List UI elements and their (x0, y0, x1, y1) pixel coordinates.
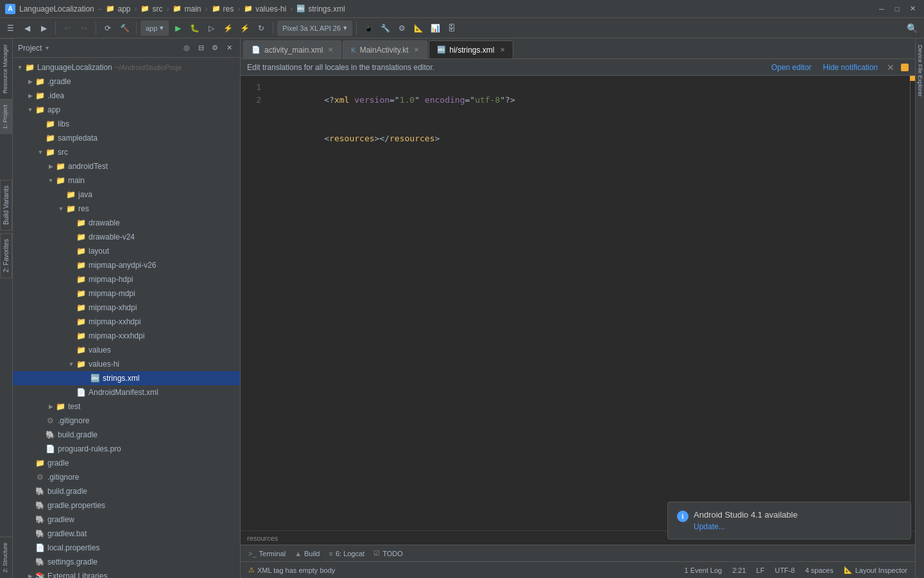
cursor-position-status[interactable]: 2:21 (730, 562, 748, 578)
tab-close-button[interactable]: ✕ (414, 46, 419, 53)
tree-item-mipmap-xxxhdpi[interactable]: 📁 mipmap-xxxhdpi (13, 329, 240, 343)
maximize-button[interactable]: □ (891, 3, 903, 15)
logcat-tab[interactable]: ≡ 6: Logcat (325, 547, 368, 561)
forward-button[interactable]: ▶ (36, 21, 51, 36)
event-log-status[interactable]: 1 Event Log (681, 562, 724, 578)
search-button[interactable]: 🔍 (903, 23, 921, 33)
tree-item-buildgradle-app[interactable]: 🐘 build.gradle (13, 428, 240, 442)
tree-item-libs[interactable]: 📁 libs (13, 117, 240, 131)
run-with-coverage[interactable]: ▷ (203, 21, 219, 36)
close-panel-button[interactable]: ✕ (223, 42, 235, 54)
logcat-label: 6: Logcat (336, 550, 364, 557)
tree-item-values[interactable]: 📁 values (13, 343, 240, 357)
tree-item-proguard[interactable]: 📄 proguard-rules.pro (13, 442, 240, 456)
tree-item-buildgradle-root[interactable]: 🐘 build.gradle (13, 484, 240, 498)
todo-tab[interactable]: ☑ TODO (370, 547, 407, 561)
tree-item-gradlew-bat[interactable]: 🐘 gradlew.bat (13, 527, 240, 541)
tree-item-local-props[interactable]: 📄 local.properties (13, 541, 240, 555)
tree-item-manifest[interactable]: 📄 AndroidManifest.xml (13, 385, 240, 399)
tree-item-settings-gradle[interactable]: 🐘 settings.gradle (13, 555, 240, 569)
tab-activity-main[interactable]: 📄 activity_main.xml ✕ (243, 40, 341, 58)
tree-item-mipmap-anydpi[interactable]: 📁 mipmap-anydpi-v26 (13, 258, 240, 272)
collapse-all-button[interactable]: ⊟ (195, 42, 207, 54)
apply-changes-restart[interactable]: ↻ (253, 21, 269, 36)
resource-manager-tab[interactable]: Resource Manager (0, 39, 12, 99)
tree-item-mipmap-xxhdpi[interactable]: 📁 mipmap-xxhdpi (13, 315, 240, 329)
tree-item-gitignore-root[interactable]: ⚙ .gitignore (13, 470, 240, 484)
redo-button[interactable]: ↪ (76, 21, 92, 36)
minimize-button[interactable]: ─ (875, 3, 888, 15)
tree-item-strings-xml[interactable]: 🔤 strings.xml (13, 371, 240, 385)
terminal-tab[interactable]: >_ Terminal (244, 547, 289, 561)
tab-mainactivity[interactable]: K MainActivity.kt ✕ (343, 40, 427, 58)
indent-status[interactable]: 4 spaces (803, 562, 836, 578)
apply-changes[interactable]: ⚡ (237, 21, 252, 36)
layout-inspector-status[interactable]: 📐 Layout Inspector (841, 562, 910, 578)
tree-item-gradle-folder[interactable]: ▶ 📁 .gradle (13, 74, 240, 89)
menu-button[interactable]: ☰ (3, 21, 18, 36)
notification-close-button[interactable]: ✕ (887, 62, 894, 73)
project-folder-icon: 📁 (24, 62, 35, 73)
tree-item-gradle-dir[interactable]: 📁 gradle (13, 456, 240, 470)
tree-item-ext-libraries[interactable]: ▶ 📚 External Libraries (13, 569, 240, 578)
tree-item-gitignore-app[interactable]: ⚙ .gitignore (13, 414, 240, 428)
device-file-explorer-tab[interactable]: Device File Explorer (915, 39, 925, 103)
encoding-status[interactable]: UTF-8 (772, 562, 797, 578)
tree-item-mipmap-mdpi[interactable]: 📁 mipmap-mdpi (13, 286, 240, 301)
line-sep-status[interactable]: LF (754, 562, 767, 578)
tree-item-gradlew[interactable]: 🐘 gradlew (13, 512, 240, 527)
structure-tab[interactable]: 2: Structure (0, 537, 12, 578)
tree-settings-button[interactable]: ⚙ (209, 42, 221, 54)
tree-item-androidtest[interactable]: ▶ 📁 androidTest (13, 159, 240, 173)
tree-item-values-hi[interactable]: ▼ 📁 values-hi (13, 357, 240, 371)
undo-button[interactable]: ↩ (60, 21, 75, 36)
close-button[interactable]: ✕ (906, 3, 919, 15)
build-variants-side-tab[interactable]: Build Variants (0, 180, 12, 231)
tab-strings-xml[interactable]: 🔤 hi/strings.xml ✕ (429, 40, 513, 58)
tree-item-app[interactable]: ▼ 📁 app (13, 103, 240, 117)
code-content-area[interactable]: <?xml version="1.0" encoding="utf-8"?> <… (266, 76, 910, 530)
layout-inspector[interactable]: 📐 (411, 21, 426, 36)
tree-item-layout[interactable]: 📁 layout (13, 244, 240, 258)
project-dropdown-arrow[interactable]: ▾ (46, 44, 49, 51)
run-config-selector[interactable]: app ▾ (141, 21, 169, 36)
error-status[interactable]: ⚠ XML tag has empty body (246, 562, 338, 578)
profile-button[interactable]: ⚡ (220, 21, 235, 36)
make-button[interactable]: 🔨 (117, 21, 132, 36)
tree-item-mipmap-hdpi[interactable]: 📁 mipmap-hdpi (13, 272, 240, 286)
tree-item-main[interactable]: ▼ 📁 main (13, 173, 240, 188)
project-tab[interactable]: 1: Project (0, 99, 12, 134)
tree-item-sampledata[interactable]: 📁 sampledata (13, 131, 240, 145)
back-button[interactable]: ◀ (19, 21, 35, 36)
tree-item-mipmap-xhdpi[interactable]: 📁 mipmap-xhdpi (13, 301, 240, 315)
update-link[interactable]: Update... (694, 522, 902, 531)
sync-button[interactable]: ⟳ (100, 21, 116, 36)
tree-item-test[interactable]: ▶ 📁 test (13, 399, 240, 414)
tree-item-java[interactable]: 📁 java (13, 188, 240, 202)
tree-item-drawable[interactable]: 📁 drawable (13, 216, 240, 230)
locate-file-button[interactable]: ◎ (181, 42, 193, 54)
sdk-manager[interactable]: 🔧 (377, 21, 393, 36)
avd-manager[interactable]: 📱 (361, 21, 376, 36)
run-button[interactable]: ▶ (170, 21, 185, 36)
build-tab[interactable]: ▲ Build (291, 547, 323, 561)
tab-close-button[interactable]: ✕ (328, 46, 333, 53)
breadcrumb-app[interactable]: app (117, 4, 130, 13)
database-inspector[interactable]: 🗄 (444, 21, 459, 36)
tab-close-button[interactable]: ✕ (500, 46, 505, 53)
tree-item-res[interactable]: ▼ 📁 res (13, 202, 240, 216)
open-editor-link[interactable]: Open editor (771, 63, 812, 72)
structure-view[interactable]: ⚙ (394, 21, 409, 36)
tree-item-gradle-props[interactable]: 🐘 gradle.properties (13, 498, 240, 512)
folder-icon: 📁 (35, 458, 45, 468)
tree-item-drawable-v24[interactable]: 📁 drawable-v24 (13, 230, 240, 244)
profiler[interactable]: 📊 (427, 21, 443, 36)
tree-root[interactable]: ▼ 📁 LanguageLocalization ~/AndroidStudio… (13, 60, 240, 74)
hide-notification-link[interactable]: Hide notification (823, 63, 878, 72)
tree-item-src[interactable]: ▼ 📁 src (13, 145, 240, 159)
favorites-side-tab[interactable]: 2: Favorites (0, 233, 12, 278)
debug-button[interactable]: 🐛 (187, 21, 202, 36)
device-selector[interactable]: Pixel 3a XL API 26 ▾ (277, 21, 352, 36)
tree-item-idea[interactable]: ▶ 📁 .idea (13, 89, 240, 103)
code-editor[interactable]: 1 2 <?xml version="1.0" encoding="utf-8"… (241, 76, 915, 530)
